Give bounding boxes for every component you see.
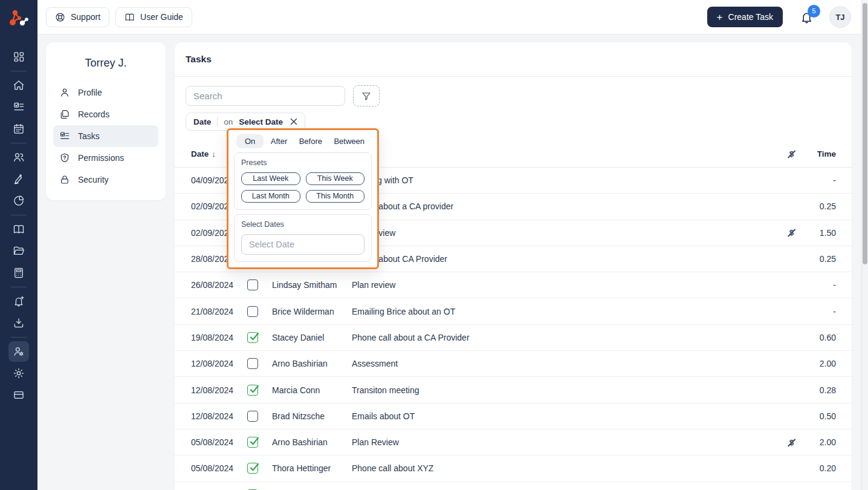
- task-checkbox[interactable]: [247, 437, 258, 448]
- task-time: 0.25: [805, 254, 836, 264]
- rail-divider: [11, 337, 27, 338]
- task-time: -: [805, 280, 836, 290]
- chip-operator: on: [224, 117, 233, 126]
- notification-badge: 5: [808, 5, 820, 18]
- task-description: Transiton meeting: [352, 385, 782, 395]
- select-dates-box: Select Dates: [234, 214, 372, 262]
- task-assignee: Marcia Conn: [272, 385, 352, 395]
- task-time: 0.20: [805, 463, 836, 473]
- task-date: 19/08/2024: [191, 333, 247, 342]
- lock-icon: [59, 174, 70, 185]
- plus-icon: +: [717, 12, 723, 22]
- preset-last-month-button[interactable]: Last Month: [241, 190, 300, 203]
- table-row[interactable]: 21/08/2024 Brice Wilderman Emailing Bric…: [175, 298, 852, 324]
- sidebar-item-tasks[interactable]: Tasks: [53, 125, 158, 147]
- task-date: 21/08/2024: [191, 307, 247, 316]
- rail-dashboard-icon[interactable]: [8, 47, 29, 67]
- book-icon: [125, 12, 135, 22]
- task-checkbox[interactable]: [247, 358, 258, 369]
- rail-users-icon[interactable]: [8, 147, 29, 168]
- table-row[interactable]: 05/08/2024 Thora Hettinger Phone call ab…: [175, 456, 852, 482]
- rail-home-icon[interactable]: [8, 75, 29, 96]
- task-assignee: Thora Hettinger: [272, 463, 352, 473]
- funnel-icon: [361, 91, 372, 102]
- rail-bell-plus-icon[interactable]: [8, 291, 29, 312]
- app-logo[interactable]: [0, 0, 37, 38]
- task-description: Phone call about XYZ: [352, 463, 782, 473]
- table-row[interactable]: 05/08/2024 Lindsay Smitham OT Assessment…: [175, 482, 852, 490]
- rail-calculator-icon[interactable]: [8, 263, 29, 283]
- task-time: 0.50: [805, 411, 836, 421]
- preset-this-month-button[interactable]: This Month: [306, 190, 365, 203]
- task-date: 12/08/2024: [191, 411, 247, 421]
- task-time: -: [805, 307, 836, 316]
- sidebar-item-security[interactable]: Security: [53, 169, 158, 191]
- user-guide-button[interactable]: User Guide: [115, 7, 192, 27]
- tab-before[interactable]: Before: [294, 134, 327, 148]
- sidebar-item-profile[interactable]: Profile: [53, 82, 158, 103]
- rail-pie-chart-icon[interactable]: [8, 191, 29, 211]
- select-dates-label: Select Dates: [241, 220, 364, 229]
- table-row[interactable]: 12/08/2024 Arno Bashirian Assessment $ 2…: [175, 351, 852, 377]
- filter-button[interactable]: [353, 85, 380, 106]
- sidebar-item-label: Tasks: [78, 131, 100, 141]
- chip-divider: [217, 117, 218, 126]
- table-row[interactable]: 26/08/2024 Lindsay Smitham Plan review $…: [175, 272, 852, 298]
- preset-last-week-button[interactable]: Last Week: [241, 172, 300, 185]
- rail-wallet-icon[interactable]: [8, 385, 29, 405]
- sidebar-item-permissions[interactable]: Permissions: [53, 147, 158, 169]
- preset-this-week-button[interactable]: This Week: [306, 172, 365, 185]
- table-row[interactable]: 12/08/2024 Brad Nitzsche Emails about OT…: [175, 403, 852, 430]
- task-description: Phone about CA Provider: [352, 254, 782, 264]
- rail-book-icon[interactable]: [8, 219, 29, 240]
- task-date: 05/08/2024: [191, 437, 247, 447]
- task-date: 05/08/2024: [191, 463, 247, 473]
- scrollbar-thumb[interactable]: [863, 3, 867, 264]
- tab-on[interactable]: On: [236, 134, 264, 148]
- support-label: Support: [71, 12, 100, 22]
- task-date: 12/08/2024: [191, 359, 247, 368]
- sidebar-item-label: Permissions: [78, 153, 124, 163]
- sidebar-item-label: Security: [78, 175, 109, 185]
- task-checkbox[interactable]: [247, 385, 258, 396]
- rail-settings-icon[interactable]: [8, 363, 29, 384]
- task-assignee: Stacey Daniel: [272, 333, 352, 342]
- support-button[interactable]: Support: [46, 7, 109, 27]
- close-icon: [290, 118, 297, 125]
- rail-calendar-icon[interactable]: [8, 119, 29, 139]
- task-assignee: Lindsay Smitham: [272, 280, 352, 290]
- task-time: 2.00: [805, 437, 836, 447]
- table-row[interactable]: 05/08/2024 Arno Bashirian Plan Review $ …: [175, 430, 852, 456]
- date-picker-input[interactable]: [241, 234, 364, 255]
- avatar[interactable]: TJ: [829, 6, 851, 28]
- task-assignee: Arno Bashirian: [272, 359, 352, 368]
- task-time: 0.25: [805, 201, 836, 211]
- sidebar-item-records[interactable]: Records: [53, 103, 158, 125]
- task-checkbox[interactable]: [247, 411, 258, 422]
- table-row[interactable]: 12/08/2024 Marcia Conn Transiton meeting…: [175, 377, 852, 403]
- search-input[interactable]: [186, 86, 345, 106]
- create-task-button[interactable]: + Create Task: [707, 7, 783, 27]
- time-column-header[interactable]: Time: [805, 149, 836, 158]
- rail-folder-icon[interactable]: [8, 241, 29, 261]
- tab-between[interactable]: Between: [329, 134, 369, 148]
- table-row[interactable]: 19/08/2024 Stacey Daniel Phone call abou…: [175, 325, 852, 351]
- rail-signature-icon[interactable]: [8, 169, 29, 189]
- task-time: 0.28: [805, 385, 836, 395]
- task-checkbox[interactable]: [247, 279, 258, 290]
- chip-remove-button[interactable]: [290, 118, 297, 125]
- rail-download-icon[interactable]: [8, 313, 29, 333]
- rail-user-settings-icon[interactable]: [8, 341, 29, 362]
- sidebar-item-label: Records: [78, 109, 109, 119]
- rail-divider: [11, 287, 27, 287]
- rail-checklist-icon[interactable]: [8, 97, 29, 117]
- tab-after[interactable]: After: [266, 134, 292, 148]
- task-checkbox[interactable]: [247, 306, 258, 317]
- profile-sidebar: Torrey J. Profile Records Tasks Permissi…: [46, 42, 166, 200]
- notifications-button[interactable]: 5: [800, 10, 814, 24]
- task-checkbox[interactable]: [247, 332, 258, 343]
- task-checkbox[interactable]: [247, 463, 258, 474]
- task-time: 0.60: [805, 333, 836, 342]
- topbar: Support User Guide + Create Task 5 TJ: [37, 0, 868, 34]
- task-description: Plan review: [352, 228, 782, 238]
